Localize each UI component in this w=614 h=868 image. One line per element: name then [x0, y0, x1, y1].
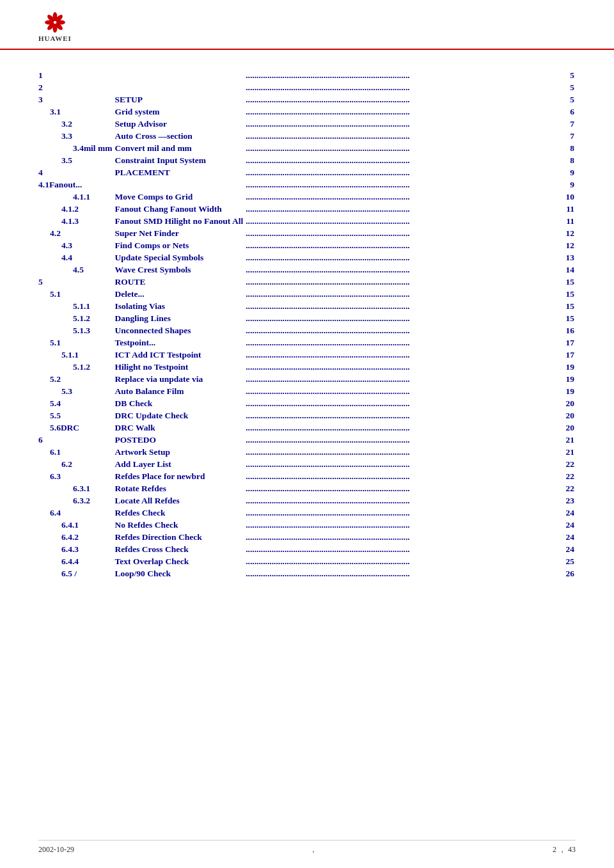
toc-page: 12 — [556, 239, 576, 251]
toc-label — [114, 81, 245, 93]
toc-label: Artwork Setup — [114, 446, 245, 458]
toc-dots: ........................................… — [244, 154, 556, 166]
toc-row: 5.1.3Unconnected Shapes ................… — [38, 324, 576, 336]
toc-label — [114, 178, 245, 191]
toc-page: 10 — [556, 191, 576, 203]
toc-number: 5 — [38, 276, 114, 288]
toc-dots: ........................................… — [244, 336, 556, 349]
toc-row: 5.1.2Dangling Lines ....................… — [38, 312, 576, 324]
toc-label: Refdes Direction Check — [114, 531, 245, 543]
toc-row: 6.4.1No Refdes Check ...................… — [38, 519, 576, 531]
toc-dots: ........................................… — [244, 397, 556, 409]
toc-number: 3.4mil mm — [38, 142, 114, 154]
toc-row: 5.1.1ICT Add ICT Testpoint .............… — [38, 349, 576, 361]
toc-number: 6.4.3 — [38, 543, 114, 555]
toc-page: 19 — [556, 385, 576, 397]
toc-row: 3.2Setup Advisor .......................… — [38, 118, 576, 130]
toc-number: 5.1 — [38, 336, 114, 349]
toc-page: 24 — [556, 507, 576, 519]
toc-row: 5.1Testpoint... ........................… — [38, 336, 576, 349]
toc-number: 4.1Fanout... — [38, 178, 114, 191]
toc-row: 4.1.1Move Comps to Grid ................… — [38, 191, 576, 203]
toc-dots: ........................................… — [244, 130, 556, 142]
toc-number: 6.4.1 — [38, 519, 114, 531]
toc-page: 11 — [556, 215, 576, 227]
toc-page: 8 — [556, 154, 576, 166]
toc-label: Testpoint... — [114, 336, 245, 349]
toc-label: Move Comps to Grid — [114, 191, 245, 203]
toc-number: 4.5 — [38, 264, 114, 276]
toc-row: 3.1Grid system .........................… — [38, 106, 576, 118]
toc-dots: ........................................… — [244, 482, 556, 494]
toc-page: 11 — [556, 203, 576, 215]
toc-number: 3.3 — [38, 130, 114, 142]
toc-dots: ........................................… — [244, 178, 556, 191]
toc-number: 6 — [38, 434, 114, 446]
footer-page-info: 2 ， 43 — [553, 844, 576, 855]
toc-number: 5.1.1 — [38, 300, 114, 312]
toc-number: 4.1.1 — [38, 191, 114, 203]
toc-label: Rotate Refdes — [114, 482, 245, 494]
toc-label: POSTEDO — [114, 434, 245, 446]
toc-label: ICT Add ICT Testpoint — [114, 349, 245, 361]
toc-number: 4.4 — [38, 251, 114, 264]
toc-number: 3.5 — [38, 154, 114, 166]
toc-dots: ........................................… — [244, 470, 556, 482]
toc-row: 3.3Auto Cross —section .................… — [38, 130, 576, 142]
toc-dots: ........................................… — [244, 543, 556, 555]
toc-number: 5.1.2 — [38, 312, 114, 324]
toc-label: Hilight no Testpoint — [114, 361, 245, 373]
toc-row: 6.3.1Rotate Refdes .....................… — [38, 482, 576, 494]
toc-page: 14 — [556, 264, 576, 276]
toc-row: 6.4.2Refdes Direction Check ............… — [38, 531, 576, 543]
toc-dots: ........................................… — [244, 142, 556, 154]
toc-row: 6.3Refdes Place for newbrd .............… — [38, 470, 576, 482]
page-container: HUAWEI 1 ...............................… — [0, 0, 614, 868]
toc-row: 4.4Update Special Symbols ..............… — [38, 251, 576, 264]
toc-label: Convert mil and mm — [114, 142, 245, 154]
toc-number: 4.1.2 — [38, 203, 114, 215]
toc-dots: ........................................… — [244, 519, 556, 531]
toc-page: 9 — [556, 178, 576, 191]
toc-dots: ........................................… — [244, 567, 556, 580]
toc-row: 4.3Find Comps or Nets ..................… — [38, 239, 576, 251]
toc-row: 6.4Refdes Check ........................… — [38, 507, 576, 519]
toc-page: 15 — [556, 288, 576, 300]
toc-label: Update Special Symbols — [114, 251, 245, 264]
toc-label: Constraint Input System — [114, 154, 245, 166]
toc-row: 5.1.1Isolating Vias ....................… — [38, 300, 576, 312]
toc-number: 4.1.3 — [38, 215, 114, 227]
toc-number: 2 — [38, 81, 114, 93]
toc-label: Super Net Finder — [114, 227, 245, 239]
toc-row: 4.2Super Net Finder ....................… — [38, 227, 576, 239]
toc-row: 5.3Auto Balance Film ...................… — [38, 385, 576, 397]
toc-dots: ........................................… — [244, 106, 556, 118]
toc-dots: ........................................… — [244, 446, 556, 458]
toc-row: 3.4mil mmConvert mil and mm ............… — [38, 142, 576, 154]
toc-dots: ........................................… — [244, 373, 556, 385]
toc-page: 24 — [556, 543, 576, 555]
toc-page: 8 — [556, 142, 576, 154]
toc-label: Find Comps or Nets — [114, 239, 245, 251]
toc-page: 21 — [556, 434, 576, 446]
toc-label: Setup Advisor — [114, 118, 245, 130]
toc-dots: ........................................… — [244, 81, 556, 93]
toc-page: 13 — [556, 251, 576, 264]
toc-dots: ........................................… — [244, 276, 556, 288]
toc-row: 3SETUP .................................… — [38, 93, 576, 106]
toc-label: DRC Update Check — [114, 409, 245, 422]
toc-label — [114, 69, 245, 81]
toc-dots: ........................................… — [244, 324, 556, 336]
toc-label: PLACEMENT — [114, 166, 245, 178]
toc-label: Auto Balance Film — [114, 385, 245, 397]
toc-dots: ........................................… — [244, 434, 556, 446]
toc-label: Unconnected Shapes — [114, 324, 245, 336]
toc-label: Fanout SMD Hilight no Fanout All — [114, 215, 245, 227]
toc-dots: ........................................… — [244, 494, 556, 507]
toc-page: 12 — [556, 227, 576, 239]
toc-dots: ........................................… — [244, 312, 556, 324]
toc-number: 5.1.1 — [38, 349, 114, 361]
toc-dots: ........................................… — [244, 166, 556, 178]
toc-row: 4PLACEMENT .............................… — [38, 166, 576, 178]
toc-dots: ........................................… — [244, 507, 556, 519]
